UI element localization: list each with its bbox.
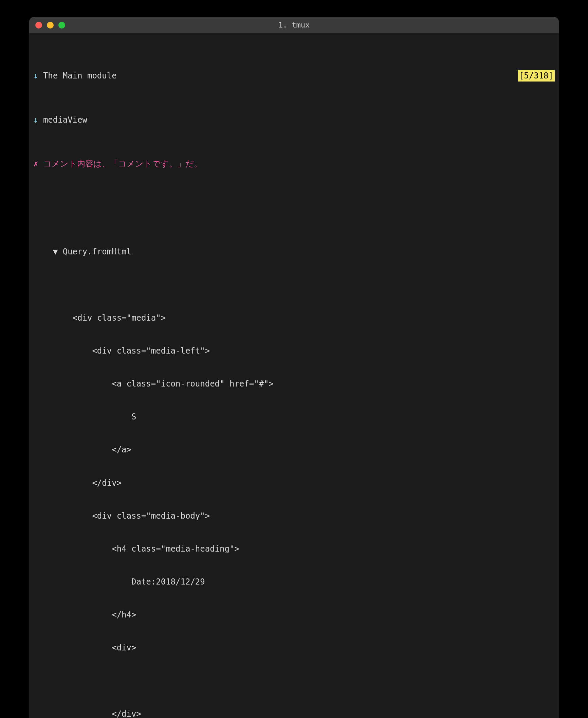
terminal-window: 1. tmux [5/318]↓ The Main module ↓ media… [29, 17, 559, 718]
titlebar[interactable]: 1. tmux [29, 17, 559, 33]
fail-x-icon: ✗ [33, 159, 43, 168]
section-header: ▼ Query.fromHtml [29, 246, 559, 257]
window-title: 1. tmux [29, 20, 559, 30]
failure-message: コメント内容は、「コメントです。」だ。 [43, 159, 202, 168]
module-name: The Main module [43, 71, 117, 80]
html-line: <h4 class="media-heading"> [29, 543, 559, 554]
html-line: <a class="icon-rounded" href="#"> [29, 378, 559, 389]
arrow-down-icon: ↓ [33, 115, 43, 125]
html-line: </div> [29, 708, 559, 718]
html-line: </div> [29, 478, 559, 488]
traffic-lights [35, 22, 65, 29]
failure-line: ✗ コメント内容は、「コメントです。」だ。 [29, 158, 559, 169]
blank-line [29, 280, 559, 290]
html-line: <div class="media-body"> [29, 510, 559, 521]
close-icon[interactable] [35, 22, 42, 29]
html-line: Date:2018/12/29 [29, 576, 559, 587]
test-name: mediaView [43, 115, 87, 125]
html-line: </h4> [29, 609, 559, 620]
progress-badge: [5/318] [518, 70, 555, 81]
arrow-down-icon: ↓ [33, 71, 43, 80]
html-line: </a> [29, 444, 559, 455]
html-line: <div class="media"> [29, 312, 559, 323]
test-line: ↓ mediaView [29, 114, 559, 125]
html-line: <div class="media-left"> [29, 345, 559, 356]
terminal-body[interactable]: [5/318]↓ The Main module ↓ mediaView ✗ コ… [29, 33, 559, 718]
html-line: S [29, 411, 559, 422]
blank-line [29, 202, 559, 213]
test-line: [5/318]↓ The Main module [29, 70, 559, 81]
minimize-icon[interactable] [47, 22, 54, 29]
html-line: <div> [29, 642, 559, 653]
html-line [29, 676, 559, 686]
zoom-icon[interactable] [58, 22, 65, 29]
